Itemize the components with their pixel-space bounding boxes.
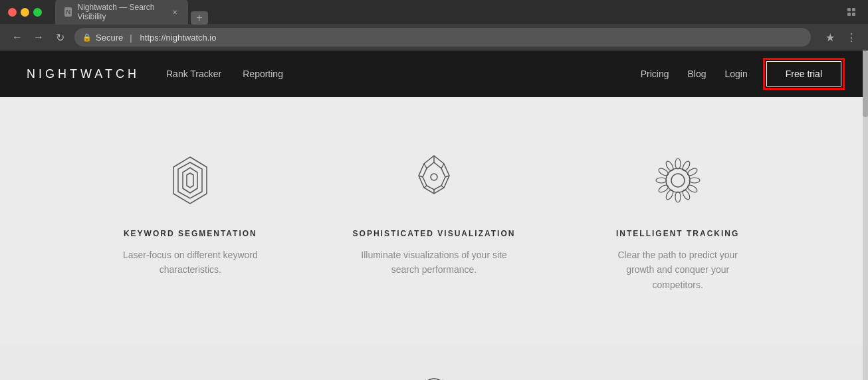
new-tab-button[interactable]: + (191, 11, 208, 25)
svg-rect-3 (852, 13, 855, 16)
feature-1-desc: Laser-focus on different keyword charact… (117, 248, 263, 278)
traffic-lights (8, 8, 42, 17)
back-button[interactable]: ← (8, 28, 27, 47)
svg-marker-6 (183, 168, 197, 193)
site-navigation: NIGHTWATCH Rank Tracker Reporting Pricin… (0, 51, 868, 97)
nav-left: NIGHTWATCH Rank Tracker Reporting (27, 67, 283, 81)
feature-3-title: INTELLIGENT TRACKING (616, 229, 739, 238)
title-bar: N Nightwatch — Search Visibility ✕ + (0, 0, 868, 24)
forward-button[interactable]: → (29, 28, 48, 47)
svg-point-20 (671, 174, 685, 187)
svg-marker-7 (187, 173, 193, 188)
nav-links: Rank Tracker Reporting (166, 69, 283, 79)
address-bar[interactable]: 🔒 Secure | https://nightwatch.io (74, 28, 811, 47)
svg-rect-0 (847, 8, 851, 11)
lock-icon: 🔒 (82, 33, 92, 42)
svg-line-15 (424, 186, 427, 188)
nav-blog[interactable]: Blog (687, 69, 706, 79)
free-trial-button[interactable]: Free trial (766, 61, 841, 87)
bookmark-button[interactable]: ★ (821, 29, 839, 46)
nav-buttons: ← → ↻ (8, 28, 69, 47)
svg-line-11 (441, 164, 444, 168)
nav-rank-tracker[interactable]: Rank Tracker (166, 69, 221, 79)
feature-keyword-segmentation: KEYWORD SEGMENTATION Laser-focus on diff… (68, 137, 312, 305)
browser-actions: ★ ⋮ (821, 29, 860, 46)
active-tab[interactable]: N Nightwatch — Search Visibility ✕ (55, 0, 188, 25)
url-display: https://nightwatch.io (140, 33, 217, 43)
website-content: NIGHTWATCH Rank Tracker Reporting Pricin… (0, 51, 868, 380)
features-row: KEYWORD SEGMENTATION Laser-focus on diff… (68, 137, 800, 305)
menu-button[interactable]: ⋮ (843, 29, 860, 46)
close-button[interactable] (8, 8, 17, 17)
svg-point-21 (675, 158, 681, 169)
footer (0, 345, 868, 380)
svg-point-27 (675, 192, 681, 202)
feature-3-desc: Clear the path to predict your growth an… (605, 248, 751, 292)
tab-close-button[interactable]: ✕ (171, 7, 179, 17)
tab-favicon: N (64, 7, 72, 17)
feature-2-desc: Illuminate visualizations of your site s… (361, 248, 507, 278)
svg-line-17 (424, 164, 427, 168)
feature-2-title: SOPHISTICATED VISUALIZATION (353, 229, 516, 238)
svg-rect-1 (852, 8, 855, 11)
tab-bar: N Nightwatch — Search Visibility ✕ + (55, 0, 837, 25)
browser-controls: ← → ↻ 🔒 Secure | https://nightwatch.io ★… (0, 24, 868, 51)
feature-1-title: KEYWORD SEGMENTATION (124, 229, 257, 238)
svg-point-30 (656, 178, 667, 183)
svg-rect-2 (847, 13, 851, 16)
svg-point-24 (689, 178, 700, 183)
tab-title: Nightwatch — Search Visibility (77, 3, 165, 21)
keyword-segmentation-icon (160, 150, 220, 210)
feature-tracking: INTELLIGENT TRACKING Clear the path to p… (556, 137, 800, 305)
nav-reporting[interactable]: Reporting (243, 69, 283, 79)
main-content: KEYWORD SEGMENTATION Laser-focus on diff… (0, 97, 868, 345)
browser-window: N Nightwatch — Search Visibility ✕ + ← →… (0, 0, 868, 380)
feature-visualization: SOPHISTICATED VISUALIZATION Illuminate v… (312, 137, 556, 305)
svg-point-19 (666, 168, 690, 192)
secure-label: Secure (96, 33, 123, 43)
scrollbar-track[interactable] (863, 51, 868, 380)
svg-point-18 (431, 174, 437, 180)
site-logo: NIGHTWATCH (27, 67, 140, 81)
svg-line-13 (441, 186, 444, 188)
footer-logo (387, 372, 481, 380)
scrollbar-thumb[interactable] (863, 51, 868, 117)
reload-button[interactable]: ↻ (51, 28, 69, 47)
nav-login[interactable]: Login (725, 69, 748, 79)
nav-right: Pricing Blog Login Free trial (641, 61, 841, 87)
tracking-icon (648, 150, 708, 210)
visualization-icon (404, 150, 464, 210)
extensions-button[interactable] (843, 3, 860, 21)
minimize-button[interactable] (21, 8, 29, 17)
url-text: | (130, 33, 132, 43)
maximize-button[interactable] (33, 8, 42, 17)
nav-pricing[interactable]: Pricing (641, 69, 669, 79)
